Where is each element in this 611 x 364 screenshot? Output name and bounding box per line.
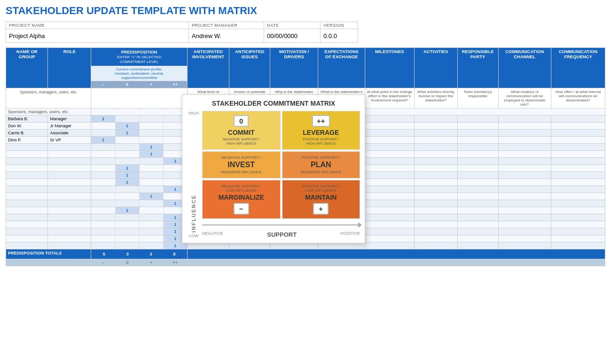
cell-comm-channel[interactable] [498,214,551,221]
cell-comm-frequency[interactable] [551,186,605,193]
cell-comm-channel[interactable] [498,144,551,151]
cell-responsible[interactable] [457,144,498,151]
cell-activities[interactable] [414,186,457,193]
cell-milestones[interactable] [365,214,414,221]
cell-milestones[interactable] [365,158,414,165]
cell-responsible[interactable] [457,228,498,235]
cell-comm-channel[interactable] [498,116,551,123]
cell-milestones[interactable] [365,186,414,193]
cell-comm-frequency[interactable] [551,123,605,130]
cell-activities[interactable] [414,207,457,214]
cell-comm-frequency[interactable] [551,165,605,172]
th-expectations: EXPECTATIONSOF EXCHANGE [318,48,365,88]
cell-responsible[interactable] [457,214,498,221]
cell-responsible[interactable] [457,116,498,123]
cell-responsible[interactable] [457,179,498,186]
cell-responsible[interactable] [457,200,498,207]
cell-comm-channel[interactable] [498,242,551,249]
cell-milestones[interactable] [365,242,414,249]
cell-responsible[interactable] [457,235,498,242]
cell-responsible[interactable] [457,242,498,249]
cell-comm-channel[interactable] [498,179,551,186]
cell-responsible[interactable] [457,186,498,193]
cell-comm-frequency[interactable] [551,200,605,207]
cell-activities[interactable] [414,137,457,144]
cell-comm-frequency[interactable] [551,207,605,214]
cell-activities[interactable] [414,235,457,242]
cell-milestones[interactable] [365,130,414,137]
cell-comm-frequency[interactable] [551,179,605,186]
cell-comm-frequency[interactable] [551,214,605,221]
project-manager-field[interactable]: PROJECT MANAGER Andrew W. [189,22,264,43]
cell-responsible[interactable] [457,221,498,228]
cell-responsible[interactable] [457,130,498,137]
cell-milestones[interactable] [365,165,414,172]
cell-comm-channel[interactable] [498,200,551,207]
cell-responsible[interactable] [457,165,498,172]
cell-milestones[interactable] [365,123,414,130]
project-date-field[interactable]: DATE 00/00/0000 [264,22,321,43]
cell-comm-frequency[interactable] [551,235,605,242]
cell-activities[interactable] [414,221,457,228]
cell-comm-frequency[interactable] [551,116,605,123]
cell-responsible[interactable] [457,172,498,179]
cell-milestones[interactable] [365,221,414,228]
cell-activities[interactable] [414,200,457,207]
cell-activities[interactable] [414,165,457,172]
cell-comm-channel[interactable] [498,228,551,235]
project-version-field[interactable]: VERSION 0.0.0 [321,22,358,43]
cell-comm-channel[interactable] [498,193,551,200]
cell-responsible[interactable] [457,137,498,144]
cell-comm-channel[interactable] [498,123,551,130]
cell-responsible[interactable] [457,123,498,130]
cell-milestones[interactable] [365,137,414,144]
cell-comm-frequency[interactable] [551,193,605,200]
cell-milestones[interactable] [365,193,414,200]
cell-comm-frequency[interactable] [551,158,605,165]
cell-comm-channel[interactable] [498,165,551,172]
cell-comm-channel[interactable] [498,235,551,242]
cell-activities[interactable] [414,242,457,249]
cell-comm-channel[interactable] [498,172,551,179]
cell-comm-channel[interactable] [498,130,551,137]
cell-comm-frequency[interactable] [551,221,605,228]
cell-milestones[interactable] [365,151,414,158]
cell-activities[interactable] [414,179,457,186]
cell-comm-channel[interactable] [498,151,551,158]
cell-activities[interactable] [414,144,457,151]
cell-milestones[interactable] [365,172,414,179]
cell-comm-frequency[interactable] [551,137,605,144]
cell-comm-frequency[interactable] [551,130,605,137]
project-name-field[interactable]: PROJECT NAME Project Alpha [6,22,189,43]
cell-responsible[interactable] [457,207,498,214]
cell-comm-channel[interactable] [498,137,551,144]
cell-activities[interactable] [414,130,457,137]
cell-milestones[interactable] [365,235,414,242]
cell-milestones[interactable] [365,228,414,235]
cell-comm-channel[interactable] [498,207,551,214]
cell-activities[interactable] [414,228,457,235]
cell-activities[interactable] [414,151,457,158]
cell-milestones[interactable] [365,200,414,207]
cell-comm-frequency[interactable] [551,144,605,151]
cell-activities[interactable] [414,214,457,221]
cell-comm-channel[interactable] [498,158,551,165]
cell-comm-channel[interactable] [498,221,551,228]
cell-comm-frequency[interactable] [551,151,605,158]
cell-activities[interactable] [414,123,457,130]
cell-responsible[interactable] [457,158,498,165]
cell-milestones[interactable] [365,144,414,151]
cell-comm-frequency[interactable] [551,228,605,235]
cell-milestones[interactable] [365,207,414,214]
cell-activities[interactable] [414,116,457,123]
cell-comm-frequency[interactable] [551,172,605,179]
cell-responsible[interactable] [457,151,498,158]
cell-milestones[interactable] [365,116,414,123]
cell-comm-frequency[interactable] [551,242,605,249]
cell-responsible[interactable] [457,193,498,200]
cell-activities[interactable] [414,172,457,179]
cell-comm-channel[interactable] [498,186,551,193]
cell-activities[interactable] [414,158,457,165]
cell-activities[interactable] [414,193,457,200]
cell-milestones[interactable] [365,179,414,186]
